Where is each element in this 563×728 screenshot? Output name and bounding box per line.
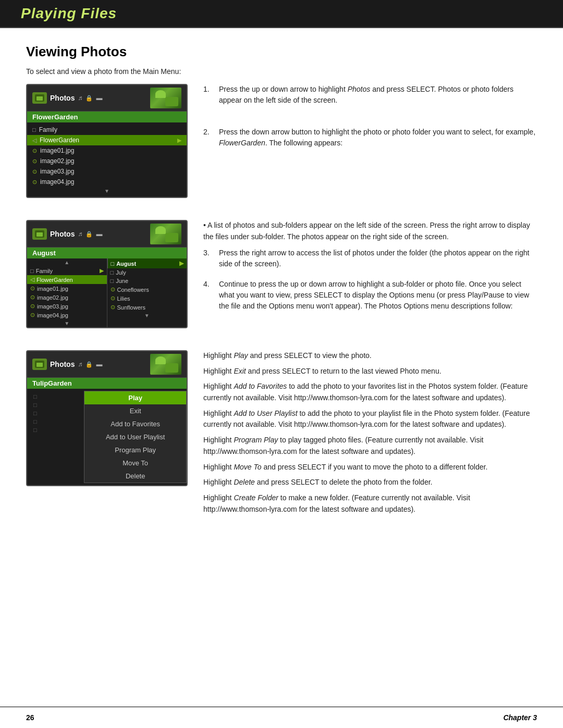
list-item: ◁ FlowerGarden bbox=[27, 275, 107, 284]
lock-icon-3: 🔒 bbox=[85, 361, 93, 368]
page-title: Playing Files bbox=[21, 5, 117, 21]
file-list-1: □ Family ◁ FlowerGarden ▶ ⊙ image01.jpg … bbox=[27, 122, 187, 197]
battery-icon-3: ▬ bbox=[96, 361, 102, 368]
device-header-2: Photos ♬ 🔒 ▬ bbox=[27, 221, 187, 248]
right-arrow-icon-panel: ▶ bbox=[179, 260, 183, 267]
photos-app-icon bbox=[32, 92, 47, 104]
header-thumbnail-3 bbox=[150, 354, 181, 375]
menu-item-add-playlist[interactable]: Add to User Playlist bbox=[84, 430, 186, 443]
scroll-down-arrow: ▼ bbox=[27, 187, 187, 195]
folder-icon: □ bbox=[33, 418, 37, 425]
image-icon: ⊙ bbox=[111, 304, 115, 311]
image-icon: ⊙ bbox=[32, 147, 37, 154]
right-arrow-icon: ▶ bbox=[100, 267, 104, 274]
battery-icon: ▬ bbox=[96, 94, 102, 102]
image-icon: ⊙ bbox=[111, 295, 115, 302]
folder-icon: □ bbox=[33, 393, 37, 400]
list-item: □ bbox=[30, 401, 81, 409]
header-thumbnail-2 bbox=[150, 224, 181, 244]
image-icon: ⊙ bbox=[30, 285, 35, 292]
menu-item-delete[interactable]: Delete bbox=[84, 470, 186, 483]
step3-section: Photos ♬ 🔒 ▬ TulipGarden □ bbox=[26, 350, 537, 519]
list-item: ⊙ image04.jpg bbox=[27, 311, 107, 319]
image-icon: ⊙ bbox=[32, 168, 37, 175]
bullet-text-1: • A list of photos and sub-folders appea… bbox=[203, 220, 537, 242]
screenshot-1-container: Photos ♬ 🔒 ▬ FlowerGarden □ Family ◁ bbox=[26, 84, 188, 207]
screenshot-2-container: Photos ♬ 🔒 ▬ August ▲ □ Family bbox=[26, 220, 188, 338]
list-item: ⊙ Coneflowers bbox=[107, 285, 187, 294]
page-number: 26 bbox=[26, 713, 34, 722]
exit-description: Highlight Exit and press SELECT to retur… bbox=[203, 366, 537, 377]
options-descriptions: Highlight Play and press SELECT to view … bbox=[203, 350, 537, 519]
image-icon: ⊙ bbox=[32, 158, 37, 165]
menu-item-add-favorites[interactable]: Add to Favorites bbox=[84, 417, 186, 430]
screenshot-3-container: Photos ♬ 🔒 ▬ TulipGarden □ bbox=[26, 350, 188, 496]
folder-icon: □ bbox=[33, 402, 37, 408]
folder-icon: ◁ bbox=[32, 137, 36, 144]
list-item: □ July bbox=[107, 268, 187, 277]
header-bar: Playing Files bbox=[0, 0, 563, 28]
step1-section: Photos ♬ 🔒 ▬ FlowerGarden □ Family ◁ bbox=[26, 84, 537, 207]
image-icon: ⊙ bbox=[30, 312, 35, 318]
list-item: ⊙ image04.jpg bbox=[27, 177, 187, 187]
list-item: □ bbox=[30, 409, 81, 417]
image-icon: ⊙ bbox=[30, 294, 35, 301]
device-screen-2: Photos ♬ 🔒 ▬ August ▲ □ Family bbox=[26, 220, 188, 328]
menu-item-program-play[interactable]: Program Play bbox=[84, 443, 186, 456]
folder-icon: □ bbox=[33, 410, 37, 416]
list-item: □ bbox=[30, 426, 81, 434]
battery-icon-2: ▬ bbox=[96, 230, 102, 238]
folder-icon: □ bbox=[32, 127, 36, 133]
device-header-3: Photos ♬ 🔒 ▬ bbox=[27, 351, 187, 378]
scroll-down-arrow-right: ▼ bbox=[107, 312, 187, 319]
list-item: ⊙ image03.jpg bbox=[27, 166, 187, 177]
list-item: ⊙ image03.jpg bbox=[27, 302, 107, 311]
list-item: ⊙ image01.jpg bbox=[27, 284, 107, 293]
scroll-up-arrow-left: ▲ bbox=[27, 258, 107, 266]
folder-icon: □ bbox=[33, 427, 37, 433]
image-icon: ⊙ bbox=[111, 286, 115, 293]
list-item: □ bbox=[30, 417, 81, 426]
menu-item-move-to[interactable]: Move To bbox=[84, 456, 186, 470]
lock-icon-2: 🔒 bbox=[85, 231, 93, 238]
playlist-description: Highlight Add to User Playlist to add th… bbox=[203, 408, 537, 430]
music-icon: ♬ bbox=[78, 94, 82, 102]
step2-section: Photos ♬ 🔒 ▬ August ▲ □ Family bbox=[26, 220, 537, 338]
file-list-3: □ □ □ □ □ bbox=[27, 389, 187, 485]
photos-label-2: Photos bbox=[50, 230, 75, 238]
folder-icon: □ bbox=[111, 269, 114, 276]
programplay-description: Highlight Program Play to play tagged ph… bbox=[203, 435, 537, 457]
folder-icon: □ bbox=[30, 268, 34, 274]
list-item: ⊙ image01.jpg bbox=[27, 145, 187, 156]
section-title: Viewing Photos bbox=[26, 44, 537, 60]
folder-bar-2: August bbox=[27, 248, 187, 258]
list-item: ⊙ Lilies bbox=[107, 294, 187, 303]
favorites-description: Highlight Add to Favorites to add the ph… bbox=[203, 381, 537, 403]
lock-icon: 🔒 bbox=[85, 95, 93, 102]
panel-left: ▲ □ Family ▶ ◁ FlowerGarden ⊙ image01 bbox=[27, 258, 107, 327]
photos-app-icon-2 bbox=[32, 228, 47, 240]
menu-item-play[interactable]: Play bbox=[84, 391, 186, 404]
image-icon: ⊙ bbox=[30, 303, 35, 310]
list-item: □ Family bbox=[27, 125, 187, 135]
list-item: ⊙ image02.jpg bbox=[27, 293, 107, 302]
scroll-down-arrow-left: ▼ bbox=[27, 319, 107, 327]
chapter-label: Chapter 3 bbox=[503, 713, 537, 722]
step1-text: 1. Press the up or down arrow to highlig… bbox=[203, 84, 537, 158]
music-icon-2: ♬ bbox=[78, 230, 82, 238]
createfolder-description: Highlight Create Folder to make a new fo… bbox=[203, 492, 537, 515]
list-item: □ bbox=[30, 392, 81, 401]
device-screen-1: Photos ♬ 🔒 ▬ FlowerGarden □ Family ◁ bbox=[26, 84, 188, 198]
photos-label-1: Photos bbox=[50, 94, 75, 102]
folder-bar-1: FlowerGarden bbox=[27, 112, 187, 122]
list-item: □ June bbox=[107, 277, 187, 285]
music-icon-3: ♬ bbox=[78, 361, 82, 368]
intro-text: To select and view a photo from the Main… bbox=[26, 67, 537, 76]
folder-icon-right: □ bbox=[111, 261, 115, 267]
list-item: □ Family ▶ bbox=[27, 266, 107, 275]
folder-icon: □ bbox=[111, 278, 114, 284]
menu-item-exit[interactable]: Exit bbox=[84, 404, 186, 417]
page-footer: 26 Chapter 3 bbox=[0, 707, 563, 728]
device-header-1: Photos ♬ 🔒 ▬ bbox=[27, 85, 187, 112]
play-description: Highlight Play and press SELECT to view … bbox=[203, 350, 537, 362]
